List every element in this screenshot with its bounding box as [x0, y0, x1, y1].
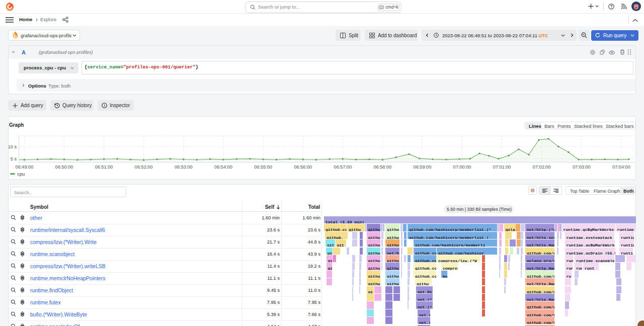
svg-text:06:51:00: 06:51:00 — [95, 165, 113, 170]
svg-text:07:03:00: 07:03:00 — [573, 165, 591, 170]
svg-text:06:56:00: 06:56:00 — [294, 165, 312, 170]
svg-text:06:50:00: 06:50:00 — [55, 165, 73, 170]
svg-text:5 s: 5 s — [11, 156, 17, 161]
svg-text:06:52:00: 06:52:00 — [135, 165, 153, 170]
svg-text:07:04:00: 07:04:00 — [612, 165, 630, 170]
svg-text:cpu: cpu — [17, 171, 25, 177]
svg-text:06:55:00: 06:55:00 — [254, 165, 272, 170]
svg-text:07:00:00: 07:00:00 — [453, 165, 471, 170]
svg-text:06:59:00: 06:59:00 — [414, 165, 432, 170]
svg-text:06:53:00: 06:53:00 — [175, 165, 193, 170]
svg-text:10 s: 10 s — [8, 144, 17, 149]
svg-text:06:58:00: 06:58:00 — [373, 165, 391, 170]
svg-text:06:49:00: 06:49:00 — [16, 165, 34, 170]
svg-text:06:54:00: 06:54:00 — [214, 165, 232, 170]
svg-text:07:02:00: 07:02:00 — [533, 165, 551, 170]
svg-text:06:57:00: 06:57:00 — [334, 165, 352, 170]
svg-text:07:01:00: 07:01:00 — [493, 165, 511, 170]
